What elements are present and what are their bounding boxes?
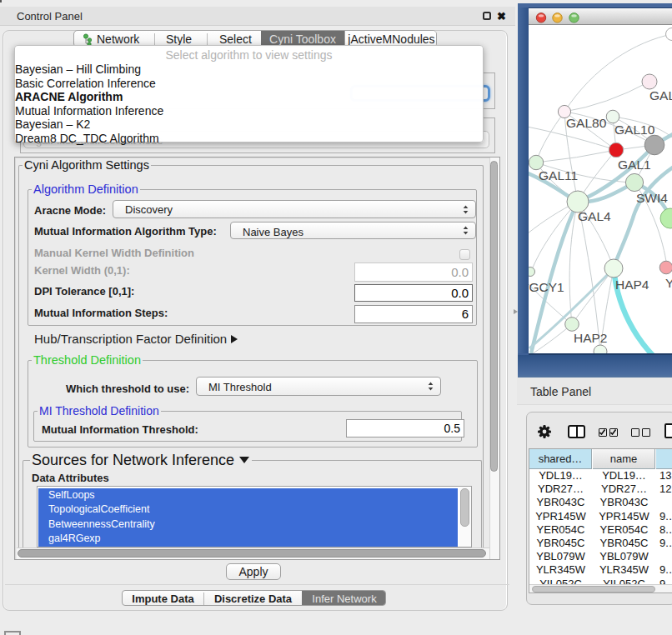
svg-text:SWI4: SWI4 — [636, 191, 668, 205]
svg-text:GAL7: GAL7 — [649, 88, 672, 102]
svg-text:GAL4: GAL4 — [578, 209, 611, 223]
svg-text:GAL11: GAL11 — [539, 168, 578, 182]
svg-text:GAL10: GAL10 — [614, 122, 655, 137]
svg-text:Y: Y — [665, 276, 672, 290]
svg-text:GCY1: GCY1 — [529, 280, 564, 294]
svg-text:HAP4: HAP4 — [615, 278, 649, 292]
svg-text:HAP2: HAP2 — [574, 331, 608, 345]
svg-text:GAL80: GAL80 — [566, 116, 607, 130]
svg-text:GAL1: GAL1 — [618, 158, 651, 172]
